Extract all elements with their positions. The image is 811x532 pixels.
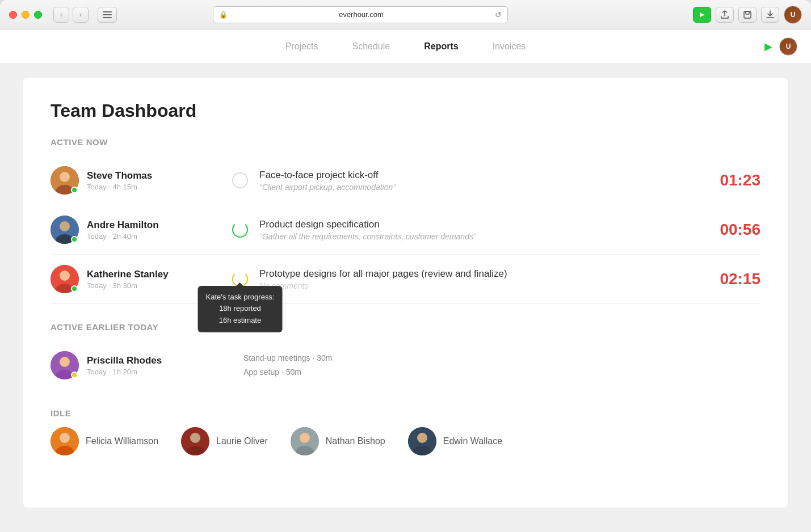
- user-avatar-button[interactable]: U: [784, 6, 802, 24]
- user-time-priscilla: Today · 1h 20m: [87, 368, 162, 376]
- timer-andre: 00:56: [704, 221, 760, 239]
- reload-button[interactable]: ↺: [495, 10, 502, 19]
- main-content: Team Dashboard Active Now Steve: [23, 77, 788, 508]
- user-time-andre: Today · 2h 40m: [87, 232, 159, 240]
- sidebar-toggle-button[interactable]: [98, 7, 117, 23]
- idle-name-edwin: Edwin Wallace: [443, 436, 502, 446]
- list-item: Nathan Bishop: [291, 427, 385, 455]
- table-row: Priscilla Rhodes Today · 1h 20m Stand-up…: [51, 341, 760, 390]
- avatar-edwin: [408, 427, 436, 455]
- task-name-andre: Product design specification: [259, 219, 681, 230]
- svg-point-6: [60, 172, 70, 182]
- nav-user-avatar[interactable]: U: [779, 37, 797, 56]
- task-note-steve: "Client airport pickup, accommodation": [259, 183, 681, 192]
- tab-button[interactable]: [738, 7, 757, 23]
- task-name-katherine: Prototype designs for all major pages (r…: [259, 268, 681, 280]
- svg-point-18: [60, 433, 70, 443]
- page-title: Team Dashboard: [51, 100, 760, 121]
- user-details-andre: Andre Hamilton Today · 2h 40m: [87, 219, 159, 240]
- svg-point-21: [190, 433, 200, 443]
- status-dot-priscilla: [71, 371, 78, 378]
- user-info-andre: Andre Hamilton Today · 2h 40m: [51, 216, 209, 244]
- table-row: Katherine Stanley Today · 3h 30m Kate's …: [51, 255, 760, 304]
- task-info-katherine: Prototype designs for all major pages (r…: [259, 268, 681, 290]
- svg-point-12: [60, 271, 70, 281]
- status-dot-katherine: [71, 285, 78, 292]
- nav-invoices[interactable]: Invoices: [493, 41, 526, 52]
- avatar-wrapper-andre: [51, 216, 79, 244]
- idle-header: Idle: [51, 408, 760, 418]
- close-button[interactable]: [9, 11, 17, 19]
- idle-name-laurie: Laurie Oliver: [216, 436, 268, 446]
- user-details-steve: Steve Thomas Today · 4h 15m: [87, 170, 152, 191]
- task-mini-1: Stand-up meetings · 30m: [243, 351, 760, 365]
- address-bar[interactable]: 🔒 everhour.com ↺: [213, 6, 508, 23]
- maximize-button[interactable]: [34, 11, 42, 19]
- svg-point-24: [300, 433, 310, 443]
- nav-projects[interactable]: Projects: [285, 41, 318, 52]
- avatar-felicia: [51, 427, 79, 455]
- tooltip-wrapper: Kate's task progress: 18h reported 16h e…: [232, 271, 248, 287]
- user-details-priscilla: Priscilla Rhodes Today · 1h 20m: [87, 355, 162, 376]
- share-button[interactable]: [716, 7, 734, 23]
- navigation-buttons: ‹ ›: [53, 7, 89, 23]
- tooltip-line3: 16h estimate: [206, 315, 275, 327]
- task-section-steve: Face-to-face project kick-off "Client ai…: [209, 170, 704, 192]
- avatar-nathan: [291, 427, 319, 455]
- url-text: everhour.com: [231, 10, 491, 19]
- active-now-header: Active Now: [51, 137, 760, 147]
- svg-rect-4: [746, 11, 749, 14]
- task-note-andre: "Gather all the requirements, constraint…: [259, 232, 681, 241]
- task-info-steve: Face-to-face project kick-off "Client ai…: [259, 170, 681, 192]
- avatar-wrapper-katherine: [51, 265, 79, 293]
- user-name-katherine: Katherine Stanley: [87, 269, 169, 280]
- download-button[interactable]: [761, 7, 779, 23]
- browser-window: ‹ › 🔒 everhour.com ↺ ▶: [0, 0, 811, 532]
- browser-actions: ▶ U: [693, 6, 802, 24]
- tooltip-line1: Kate's task progress:: [206, 292, 275, 303]
- app-nav: Projects Schedule Reports Invoices ▶ U: [0, 29, 811, 64]
- timer-steve: 01:23: [704, 171, 760, 189]
- svg-rect-0: [103, 11, 112, 12]
- svg-rect-3: [744, 11, 751, 18]
- task-section-katherine: Kate's task progress: 18h reported 16h e…: [209, 268, 704, 290]
- table-row: Steve Thomas Today · 4h 15m Face-to-face…: [51, 156, 760, 205]
- timer-play-button[interactable]: ▶: [764, 40, 772, 53]
- user-info-katherine: Katherine Stanley Today · 3h 30m: [51, 265, 209, 293]
- list-item: Laurie Oliver: [181, 427, 268, 455]
- status-dot-steve: [71, 187, 78, 193]
- user-details-katherine: Katherine Stanley Today · 3h 30m: [87, 269, 169, 290]
- timer-circle-andre: [232, 222, 248, 238]
- tooltip-line2: 18h reported: [206, 303, 275, 315]
- status-dot-andre: [71, 236, 78, 243]
- nav-schedule[interactable]: Schedule: [352, 41, 390, 52]
- back-button[interactable]: ‹: [53, 7, 69, 23]
- svg-point-27: [417, 433, 427, 443]
- task-list-priscilla: Stand-up meetings · 30m App setup · 50m: [209, 351, 760, 379]
- user-info-priscilla: Priscilla Rhodes Today · 1h 20m: [51, 351, 209, 379]
- task-name-steve: Face-to-face project kick-off: [259, 170, 681, 181]
- timer-circle-steve: [232, 172, 248, 188]
- list-item: Edwin Wallace: [408, 427, 502, 455]
- nav-reports[interactable]: Reports: [424, 41, 458, 52]
- user-name-andre: Andre Hamilton: [87, 219, 159, 231]
- title-bar: ‹ › 🔒 everhour.com ↺ ▶: [0, 0, 811, 29]
- minimize-button[interactable]: [22, 11, 30, 19]
- table-row: Andre Hamilton Today · 2h 40m Product de…: [51, 205, 760, 255]
- user-name-priscilla: Priscilla Rhodes: [87, 355, 162, 366]
- forward-button[interactable]: ›: [73, 7, 89, 23]
- nav-right-actions: ▶ U: [764, 37, 797, 56]
- avatar-wrapper-priscilla: [51, 351, 79, 379]
- play-action-button[interactable]: ▶: [693, 7, 711, 23]
- list-item: Felicia Williamson: [51, 427, 158, 455]
- svg-point-15: [60, 357, 70, 367]
- svg-rect-1: [103, 14, 112, 15]
- idle-avatars-list: Felicia Williamson Laurie Oliver: [51, 427, 760, 455]
- idle-name-felicia: Felicia Williamson: [86, 436, 158, 446]
- svg-rect-2: [103, 17, 112, 18]
- user-time-steve: Today · 4h 15m: [87, 183, 152, 191]
- timer-katherine: 02:15: [704, 270, 760, 288]
- idle-name-nathan: Nathan Bishop: [326, 436, 385, 446]
- active-earlier-header: Active Earlier Today: [51, 322, 760, 332]
- task-info-andre: Product design specification "Gather all…: [259, 219, 681, 241]
